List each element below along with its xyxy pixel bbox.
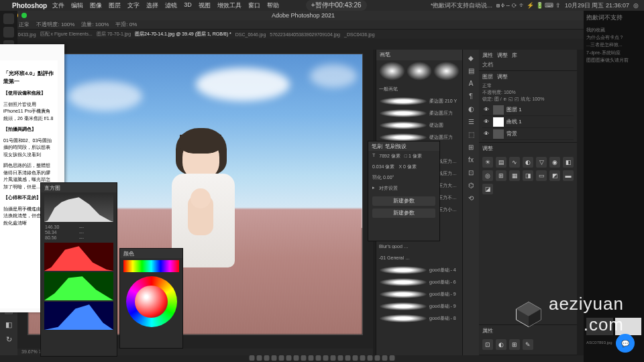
- tab-layers[interactable]: 图层: [482, 73, 493, 80]
- recording-timer[interactable]: +暂停中00:43:26: [306, 0, 367, 11]
- brush-item[interactable]: 柔边圆 210 Y: [379, 96, 460, 107]
- prop-row[interactable]: T7892 像素□ 1 像素: [368, 151, 439, 162]
- color-spectrum[interactable]: [123, 260, 179, 272]
- menu-filter[interactable]: 滤镜: [165, 1, 177, 10]
- panel-icon[interactable]: ◆: [466, 52, 476, 63]
- adj-gradient-map-icon[interactable]: ▬: [563, 170, 574, 181]
- layer-name[interactable]: 背景: [506, 130, 517, 137]
- panel-icon[interactable]: ⬚: [466, 129, 476, 139]
- panel-icon[interactable]: fx: [466, 154, 476, 165]
- layer-thumb[interactable]: [493, 129, 504, 139]
- small-properties-panel[interactable]: 笔刷 笔刷预设 T7892 像素□ 1 像素 0.034 像素X 0 像素 羽化…: [368, 141, 440, 241]
- layer-row[interactable]: 👁 图层 1: [482, 104, 574, 116]
- prop-row[interactable]: 0.034 像素X 0 像素: [368, 162, 439, 172]
- chat-bubble-icon[interactable]: 💬: [616, 334, 635, 353]
- quick-mask-icon[interactable]: ◧: [2, 318, 15, 331]
- adj-bw-icon[interactable]: ◧: [563, 157, 574, 168]
- bg-line[interactable]: 图图图案镜头请月前: [586, 56, 641, 64]
- brush-item[interactable]: 一般画笔: [379, 84, 460, 95]
- brush-item[interactable]: good基础 - 8: [379, 313, 460, 324]
- prop-button[interactable]: 新建参数: [372, 196, 435, 206]
- siri-icon[interactable]: ◎: [633, 2, 639, 9]
- prop-button[interactable]: 新建参数: [372, 208, 435, 218]
- app-icon[interactable]: [3, 27, 14, 38]
- menu-image[interactable]: 图像: [90, 1, 102, 10]
- adj-vibrance-icon[interactable]: ▽: [536, 157, 547, 168]
- bg-line[interactable]: 我的收藏: [586, 26, 641, 34]
- panel-icon[interactable]: ⊞: [466, 141, 476, 152]
- small-icon[interactable]: ◐: [496, 339, 506, 350]
- menu-window[interactable]: 窗口: [248, 1, 260, 10]
- adj-levels-icon[interactable]: ▤: [496, 157, 506, 168]
- brush-folder[interactable]: -01 General 通用 基本-: [379, 253, 460, 263]
- opt-opacity[interactable]: 不透明度: 100%: [36, 21, 74, 28]
- layer-row[interactable]: 👁 曲线 1: [482, 116, 574, 128]
- panel-icon[interactable]: ⊡: [466, 167, 476, 178]
- brush-preview-large[interactable]: [407, 62, 433, 80]
- layer-opacity[interactable]: 不透明度: 100%: [482, 89, 574, 96]
- tab-adjustments[interactable]: 调整: [497, 52, 508, 59]
- menu-view[interactable]: 视图: [199, 1, 211, 10]
- clock[interactable]: 10月29日 周五 21:36:07: [565, 1, 629, 10]
- panel-icon[interactable]: ▤: [466, 65, 476, 76]
- doc-tab-active[interactable]: 图层24-70-14.1.jpg @ 39.49 (图层 1, RGB/8) *: [135, 31, 231, 38]
- blend-mode[interactable]: 正常: [482, 82, 574, 89]
- doc-tab[interactable]: 匹配 x Figure Elements...: [40, 31, 93, 38]
- status-icons[interactable]: ▣ ⌽ ⋯ ⟳ ᯤ ⚡ 🔋 ⌨ ⇧: [496, 2, 561, 9]
- visibility-icon[interactable]: 👁: [482, 119, 490, 125]
- brush-item[interactable]: 硬边圆: [379, 120, 460, 131]
- brush-item[interactable]: 柔边圆压力: [379, 108, 460, 119]
- opt-flow[interactable]: 流量: 100%: [81, 21, 109, 28]
- app-icon[interactable]: [3, 13, 14, 24]
- adj-hue-icon[interactable]: ◉: [549, 157, 560, 168]
- doc-tab[interactable]: DSC_0646.jpg: [235, 32, 266, 37]
- zoom-icon[interactable]: [21, 13, 27, 18]
- menu-type[interactable]: 文字: [127, 1, 140, 10]
- layer-row[interactable]: 👁 背景: [482, 128, 574, 140]
- menu-plugins[interactable]: 增效工具: [217, 1, 241, 10]
- adj-photo-filter-icon[interactable]: ◎: [482, 170, 493, 181]
- brush-item[interactable]: good基础 - 9: [379, 289, 460, 300]
- brush-folder[interactable]: Blur's good brush 7.0 P...: [379, 241, 460, 251]
- adj-threshold-icon[interactable]: ◩: [549, 170, 560, 181]
- doc-tab[interactable]: 576223484053839029709104.jpg: [270, 32, 340, 37]
- panel-icon[interactable]: ◐: [466, 103, 476, 114]
- tab-libraries[interactable]: 库: [512, 52, 517, 59]
- histogram-panel[interactable]: 直方图 146.30--- 58.34--- 80.56---: [40, 182, 117, 357]
- screen-mode-icon[interactable]: ↻: [2, 333, 15, 346]
- menu-file[interactable]: 文件: [52, 1, 64, 10]
- adj-brightness-icon[interactable]: ☀: [482, 157, 493, 168]
- bg-line[interactable]: 为什么会有卡点？: [586, 34, 641, 41]
- layer-lock-row[interactable]: 锁定: 图 / ⊕ ◱ ◰ 填充: 100%: [482, 96, 574, 103]
- menu-edit[interactable]: 编辑: [71, 1, 83, 10]
- tab-props[interactable]: 属性: [482, 327, 493, 335]
- brush-item[interactable]: good基础 - 6: [379, 277, 460, 288]
- color-wheel[interactable]: [126, 276, 177, 327]
- tab-adjust[interactable]: 调整: [482, 145, 493, 152]
- tab-properties[interactable]: 属性: [482, 52, 493, 59]
- panel-icon[interactable]: A: [466, 78, 476, 88]
- adj-channel-mixer-icon[interactable]: ⊞: [496, 170, 506, 181]
- adj-curves-icon[interactable]: ∿: [509, 157, 520, 168]
- mac-dock[interactable]: [250, 354, 395, 362]
- adj-invert-icon[interactable]: ◨: [523, 170, 533, 181]
- layer-name[interactable]: 曲线 1: [506, 118, 522, 125]
- layer-thumb[interactable]: [493, 117, 504, 127]
- layer-thumb[interactable]: [493, 105, 504, 115]
- panel-icon[interactable]: ¶: [466, 90, 476, 101]
- panel-icon[interactable]: ⟲: [466, 192, 476, 203]
- visibility-icon[interactable]: 👁: [482, 131, 490, 137]
- small-icon[interactable]: ⊞: [509, 339, 520, 350]
- small-icon[interactable]: ✎: [523, 339, 533, 350]
- opt-smooth[interactable]: 平滑: 0%: [115, 21, 137, 28]
- panel-icon[interactable]: ☰: [466, 116, 476, 127]
- bg-line[interactable]: 7-dpre-系统响应: [586, 49, 641, 56]
- bg-line[interactable]: ...三者是怎样效...: [586, 41, 641, 48]
- menu-3d[interactable]: 3D: [184, 1, 192, 10]
- tab-channels[interactable]: 调整: [497, 73, 508, 80]
- doc-tab[interactable]: _DSC0436.jpg: [344, 32, 375, 37]
- brush-preview-large[interactable]: [433, 62, 460, 80]
- menu-help[interactable]: 帮助: [267, 1, 279, 10]
- tab-b[interactable]: 笔刷预设: [385, 143, 407, 149]
- layer-name[interactable]: 图层 1: [506, 106, 522, 113]
